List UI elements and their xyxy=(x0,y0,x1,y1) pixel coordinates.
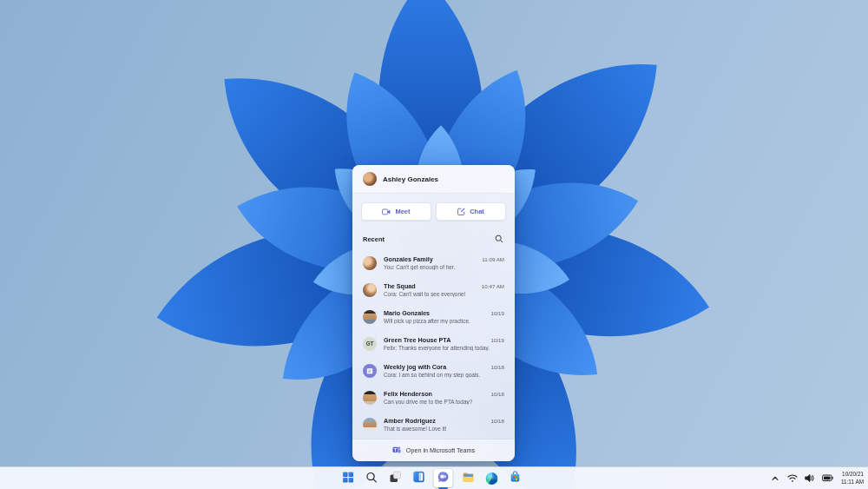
tray-date: 10/20/21 xyxy=(841,471,864,478)
conversation-title: Felix Henderson xyxy=(384,390,432,398)
search-icon xyxy=(366,471,378,486)
task-view-icon xyxy=(389,471,401,486)
conversation-time: 10/18 xyxy=(491,391,504,397)
video-camera-icon xyxy=(382,208,391,215)
conversation-title: The Squad xyxy=(384,282,416,290)
avatar-initials: GT xyxy=(363,337,377,351)
chat-button-label: Chat xyxy=(470,208,484,215)
conversation-row[interactable]: Mario Gonzales 10/19 Will pick up pizza … xyxy=(352,303,515,330)
conversation-title: Gonzales Family xyxy=(384,255,433,263)
start-button[interactable] xyxy=(340,470,357,486)
file-explorer-button[interactable] xyxy=(460,470,477,486)
compose-icon xyxy=(457,208,465,215)
conversation-row[interactable]: Felix Henderson 10/18 Can you drive me t… xyxy=(352,384,515,411)
conversation-title: Green Tree House PTA xyxy=(384,336,450,344)
folder-icon xyxy=(462,471,474,486)
conversation-row[interactable]: GT Green Tree House PTA 10/19 Felix: Tha… xyxy=(352,330,515,357)
conversation-row[interactable]: Gonzales Family 11:09 AM You: Can't get … xyxy=(352,249,515,276)
conversation-row[interactable]: Weekly jog with Cora 10/18 Cora: I am so… xyxy=(352,357,515,384)
edge-icon xyxy=(485,472,497,485)
clock[interactable]: 10/20/21 11:11 AM xyxy=(839,471,864,486)
meet-button-label: Meet xyxy=(395,208,410,215)
calendar-icon xyxy=(363,364,377,378)
search-button[interactable] xyxy=(364,470,380,486)
search-icon[interactable] xyxy=(494,234,504,244)
open-in-teams-label: Open in Microsoft Teams xyxy=(406,446,475,454)
microsoft-store-button[interactable] xyxy=(507,470,523,486)
conversation-preview: Cora: I am so behind on my step goals. xyxy=(384,372,504,378)
conversation-time: 10:47 AM xyxy=(482,283,504,289)
widgets-button[interactable] xyxy=(411,470,427,486)
microsoft-store-icon xyxy=(509,471,521,486)
profile-header[interactable]: Ashley Gonzales xyxy=(352,165,515,194)
chat-button-taskbar[interactable] xyxy=(434,469,453,487)
conversation-time: 10/18 xyxy=(491,418,504,424)
conversation-title: Weekly jog with Cora xyxy=(384,363,446,371)
widgets-icon xyxy=(412,471,424,486)
conversation-preview: Felix: Thanks everyone for attending tod… xyxy=(384,345,504,351)
conversation-list: Gonzales Family 11:09 AM You: Can't get … xyxy=(352,247,515,439)
conversation-row[interactable]: Amber Rodriguez 10/18 That is awesome! L… xyxy=(352,411,515,438)
teams-chat-flyout: Ashley Gonzales Meet Chat Recent xyxy=(352,165,515,461)
recent-label: Recent xyxy=(363,235,385,243)
conversation-preview: You: Can't get enough of her. xyxy=(384,264,504,270)
avatar xyxy=(363,391,377,405)
conversation-time: 11:09 AM xyxy=(482,256,504,262)
user-avatar xyxy=(363,172,377,186)
conversation-time: 10/18 xyxy=(491,364,504,370)
wifi-icon[interactable] xyxy=(787,472,799,484)
chat-button[interactable]: Chat xyxy=(436,202,506,221)
volume-icon[interactable] xyxy=(805,472,816,484)
open-in-teams-button[interactable]: Open in Microsoft Teams xyxy=(352,439,515,461)
teams-chat-icon xyxy=(437,471,450,486)
conversation-preview: Can you drive me to the PTA today? xyxy=(384,399,504,405)
conversation-time: 10/19 xyxy=(491,310,504,316)
task-view-button[interactable] xyxy=(387,470,404,486)
conversation-row[interactable]: The Squad 10:47 AM Cora: Can't wait to s… xyxy=(352,276,515,303)
tray-time: 11:11 AM xyxy=(841,479,864,486)
avatar xyxy=(363,256,377,270)
hidden-icons-chevron[interactable] xyxy=(770,472,781,484)
conversation-preview: Cora: Can't wait to see everyone! xyxy=(384,291,504,297)
avatar xyxy=(363,418,377,432)
user-name: Ashley Gonzales xyxy=(383,175,438,183)
avatar xyxy=(363,283,377,297)
avatar xyxy=(363,310,377,324)
edge-button[interactable] xyxy=(483,470,500,486)
conversation-title: Amber Rodriguez xyxy=(384,417,436,425)
teams-icon xyxy=(392,446,401,456)
taskbar: 10/20/21 11:11 AM xyxy=(0,466,868,489)
action-buttons: Meet Chat xyxy=(352,194,515,228)
conversation-title: Mario Gonzales xyxy=(384,309,430,317)
conversation-time: 10/19 xyxy=(491,337,504,343)
conversation-preview: That is awesome! Love it! xyxy=(384,426,504,432)
system-tray: 10/20/21 11:11 AM xyxy=(770,467,864,489)
taskbar-center-icons xyxy=(340,467,523,489)
conversation-preview: Will pick up pizza after my practice. xyxy=(384,318,504,324)
meet-button[interactable]: Meet xyxy=(361,202,431,221)
battery-icon[interactable] xyxy=(822,472,833,484)
recent-header: Recent xyxy=(352,228,515,247)
windows-logo-icon xyxy=(343,471,354,486)
